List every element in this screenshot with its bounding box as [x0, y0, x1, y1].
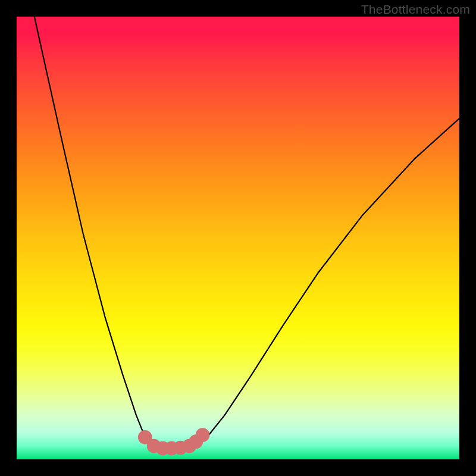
plot-area [17, 17, 459, 459]
highlight-point [196, 428, 210, 442]
chart-root: TheBottleneck.com [0, 0, 476, 476]
plot-svg [17, 17, 459, 459]
watermark-text: TheBottleneck.com [361, 2, 470, 17]
bottleneck-curve [35, 17, 459, 448]
